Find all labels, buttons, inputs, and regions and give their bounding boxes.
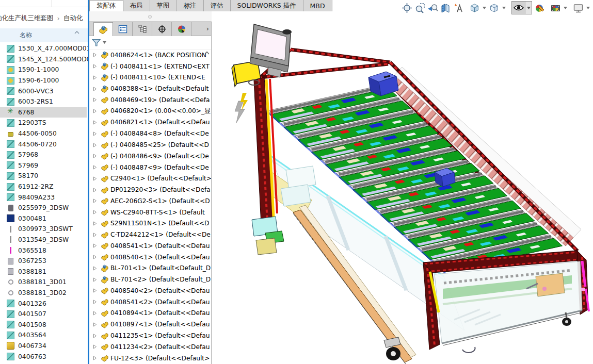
file-row[interactable]: 0403564 bbox=[0, 330, 87, 341]
tree-item[interactable]: 0410897<1> (Default<<Defau bbox=[89, 319, 211, 330]
tree-scroll-up-icon[interactable] bbox=[204, 51, 210, 55]
tab-dimxpert-manager[interactable] bbox=[152, 22, 172, 36]
expand-arrow-icon[interactable] bbox=[93, 255, 97, 259]
expand-arrow-icon[interactable] bbox=[93, 143, 97, 147]
tree-item[interactable]: 0408541<2> (Default<<Defau bbox=[89, 296, 211, 308]
tree-item[interactable]: (-) 0408484<8> (Default<<De bbox=[89, 128, 211, 139]
panel-tabs-overflow-chevron[interactable]: › bbox=[206, 25, 209, 32]
expand-arrow-icon[interactable] bbox=[93, 311, 97, 316]
annotation-views-button[interactable] bbox=[452, 2, 465, 14]
expand-arrow-icon[interactable] bbox=[93, 165, 97, 170]
display-style-caret[interactable] bbox=[501, 2, 507, 14]
file-row[interactable]: 6003-2RS1 bbox=[0, 96, 87, 107]
file-row[interactable]: 1590-1-1000 bbox=[0, 64, 87, 75]
expand-arrow-icon[interactable] bbox=[93, 243, 97, 248]
expand-arrow-icon[interactable] bbox=[93, 356, 97, 360]
hide-show-items-button[interactable] bbox=[512, 2, 525, 14]
file-row[interactable]: 0401326 bbox=[0, 298, 87, 309]
file-row[interactable]: 98409A233 bbox=[0, 192, 87, 203]
ribbon-tab[interactable]: 布局 bbox=[123, 0, 150, 11]
file-row[interactable]: 58170 bbox=[0, 171, 87, 181]
view-settings-caret[interactable] bbox=[585, 2, 591, 14]
ribbon-tab[interactable]: 标注 bbox=[177, 0, 204, 11]
ribbon-tab[interactable]: MBD bbox=[303, 0, 332, 11]
file-row[interactable]: 0388181_3D02 bbox=[0, 288, 87, 299]
expand-arrow-icon[interactable] bbox=[93, 188, 97, 192]
file-row[interactable]: 57969 bbox=[0, 160, 87, 171]
breadcrumb-item-2[interactable]: 自动化 bbox=[63, 14, 83, 23]
tree-item[interactable]: (-) 0408486<9> (Default<<De bbox=[89, 151, 211, 162]
tree-item[interactable]: 0406821<1> (Default<<Defau bbox=[89, 117, 211, 128]
tree-item[interactable]: (-) 0408411<1> (EXTEND<EXT bbox=[89, 61, 211, 72]
expand-arrow-icon[interactable] bbox=[93, 266, 97, 271]
expand-arrow-icon[interactable] bbox=[93, 154, 97, 158]
file-row[interactable]: 0388181 bbox=[0, 266, 87, 277]
zoom-to-area-button[interactable] bbox=[413, 2, 426, 14]
expand-arrow-icon[interactable] bbox=[93, 198, 97, 203]
tab-configuration-manager[interactable] bbox=[133, 22, 152, 36]
hide-show-items-caret[interactable] bbox=[525, 2, 532, 14]
file-row[interactable]: 0309973_3DSWT bbox=[0, 224, 87, 235]
file-row[interactable]: 0406763 bbox=[0, 351, 87, 362]
ribbon-tab[interactable]: 评估 bbox=[204, 0, 231, 11]
tree-item[interactable]: AEC-206G2-S<1> (Default<<D bbox=[89, 195, 211, 207]
apply-scene-caret[interactable] bbox=[562, 2, 569, 14]
file-row[interactable]: 6000-VVC3 bbox=[0, 86, 87, 96]
tree-item[interactable]: S29N11S01N<1> (Default<<D bbox=[89, 218, 211, 229]
expand-arrow-icon[interactable] bbox=[93, 176, 97, 181]
tree-item[interactable]: WS-C2940-8TT-S<1> (Default bbox=[89, 207, 211, 218]
breadcrumb-item-1[interactable]: 动化生产机三维套图 bbox=[0, 14, 54, 23]
tree-item[interactable]: (-) 0408411<10> (EXTEND<E bbox=[89, 72, 211, 84]
file-row[interactable]: 0401508 bbox=[0, 319, 87, 330]
file-row[interactable]: 0313549_3DSW bbox=[0, 235, 87, 245]
tree-item[interactable]: 0411235<1> (Default<<Defau bbox=[89, 330, 211, 341]
tree-item[interactable]: (-) 0408487<9> (Default<<De bbox=[89, 162, 211, 173]
expand-arrow-icon[interactable] bbox=[93, 334, 97, 338]
tree-item[interactable]: FU-12<3> (Default<<Default> bbox=[89, 353, 211, 364]
ribbon-tab[interactable]: SOLIDWORKS 插件 bbox=[231, 0, 303, 11]
display-style-button[interactable] bbox=[488, 2, 501, 14]
tree-item[interactable]: 0411234<2> (Default<<Defau bbox=[89, 341, 211, 353]
tree-item[interactable]: 0408540<2> (Default<<Defau bbox=[89, 285, 211, 296]
tab-displaymanager[interactable] bbox=[172, 22, 191, 36]
column-header-name[interactable]: 名称 bbox=[0, 28, 88, 42]
tree-item[interactable]: 0408388<1> (Default<Default bbox=[89, 83, 211, 94]
expand-arrow-icon[interactable] bbox=[93, 322, 97, 327]
expand-arrow-icon[interactable] bbox=[93, 210, 97, 214]
tree-filter-row[interactable] bbox=[89, 36, 211, 49]
expand-arrow-icon[interactable] bbox=[93, 64, 97, 69]
tree-item[interactable]: (-) 0408485<25> (Default<<D bbox=[89, 139, 211, 151]
expand-arrow-icon[interactable] bbox=[93, 131, 97, 136]
view-settings-button[interactable] bbox=[572, 2, 585, 14]
tree-item[interactable]: 0410894<1> (Default<<Defau bbox=[89, 308, 211, 319]
expand-arrow-icon[interactable] bbox=[93, 233, 97, 237]
tree-item[interactable]: DP012920<3> (Default<<Defa bbox=[89, 184, 211, 195]
zoom-to-fit-button[interactable] bbox=[400, 2, 413, 14]
edit-appearance-button[interactable] bbox=[533, 2, 546, 14]
ribbon-tab[interactable]: 装配体 bbox=[89, 0, 123, 11]
tree-item[interactable]: BL-701<2> (Default<Default_D bbox=[89, 274, 211, 285]
file-row[interactable]: 12903TS bbox=[0, 118, 87, 128]
file-row[interactable]: 1590-6-1000 bbox=[0, 75, 87, 86]
file-row[interactable]: 1545_X_124.500MOD01 bbox=[0, 54, 87, 65]
expand-arrow-icon[interactable] bbox=[93, 221, 97, 226]
tree-item[interactable]: 0408469<19> (Default<<Defa bbox=[89, 94, 211, 106]
tab-propertymanager[interactable] bbox=[113, 22, 133, 36]
file-row[interactable]: 0365518 bbox=[0, 245, 87, 256]
tree-item[interactable]: 0408541<1> (Default<<Defau bbox=[89, 240, 211, 252]
file-row[interactable]: 61912-2RZ bbox=[0, 181, 87, 192]
section-view-button[interactable] bbox=[439, 2, 452, 14]
tree-item[interactable]: C-TD244212<1> (Default<<De bbox=[89, 229, 211, 240]
file-row[interactable]: 6768 bbox=[0, 107, 87, 118]
tree-item[interactable]: 0406820<1> (0.00<<0.00>_显 bbox=[89, 106, 211, 117]
tab-featuremanager-design-tree[interactable] bbox=[93, 22, 113, 36]
file-row[interactable]: 0406734 bbox=[0, 341, 87, 352]
file-row[interactable]: 0388181_3D01 bbox=[0, 277, 87, 288]
apply-scene-button[interactable] bbox=[549, 2, 562, 14]
expand-arrow-icon[interactable] bbox=[93, 288, 97, 293]
file-row[interactable]: 44506-0720 bbox=[0, 139, 87, 150]
expand-arrow-icon[interactable] bbox=[93, 75, 97, 80]
breadcrumb[interactable]: 动化生产机三维套图 › 自动化 bbox=[0, 8, 88, 28]
tree-item[interactable]: 0408540<1> (Default<<Defau bbox=[89, 252, 211, 263]
window-edge-divider[interactable] bbox=[88, 0, 89, 364]
